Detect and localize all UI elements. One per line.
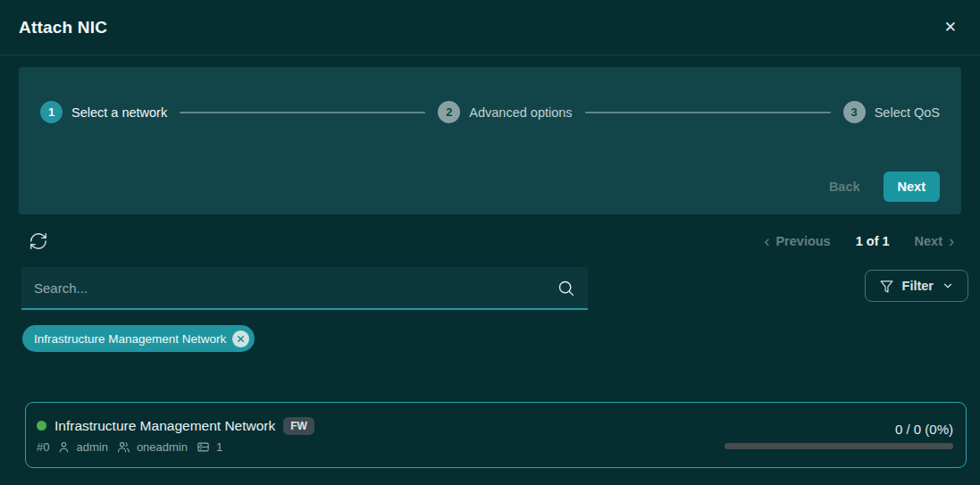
network-id: #0 <box>37 440 49 454</box>
network-state-icon <box>37 421 46 431</box>
stepper: 1 Select a network 2 Advanced options 3 … <box>40 101 940 123</box>
network-clusters-label: 1 <box>216 440 222 454</box>
step-3-label: Select QoS <box>875 105 940 120</box>
back-button[interactable]: Back <box>818 172 871 201</box>
step-2-circle: 2 <box>438 101 460 123</box>
close-button[interactable]: ✕ <box>941 16 960 38</box>
chip-close-icon <box>236 334 246 344</box>
next-page-label: Next <box>915 234 942 248</box>
leases-progress-bar <box>725 443 953 449</box>
toolbar-row: ‹ Previous 1 of 1 Next › <box>29 225 954 257</box>
filter-button[interactable]: Filter <box>865 270 968 302</box>
network-card-usage: 0 / 0 (0%) <box>725 422 953 449</box>
refresh-button[interactable] <box>29 231 48 251</box>
users-group-icon <box>116 440 131 454</box>
chip-delete-button[interactable] <box>232 330 249 347</box>
firewall-badge: FW <box>283 417 314 435</box>
search-input[interactable] <box>21 267 588 310</box>
user-icon <box>57 440 71 454</box>
network-card[interactable]: Infrastructure Management Network FW #0 … <box>25 402 967 468</box>
step-advanced-options[interactable]: 2 Advanced options <box>438 101 572 123</box>
filter-funnel-icon <box>879 279 894 294</box>
network-clusters: 1 <box>196 440 222 454</box>
filter-label: Filter <box>902 279 934 293</box>
page-status: 1 of 1 <box>856 234 890 248</box>
network-card-title-row: Infrastructure Management Network FW <box>37 417 314 435</box>
step-connector <box>180 112 425 113</box>
previous-page-button[interactable]: ‹ Previous <box>764 233 830 249</box>
filter-chip-label: Infrastructure Management Network <box>34 332 226 346</box>
next-page-button[interactable]: Next › <box>915 233 954 249</box>
step-connector <box>585 112 831 113</box>
stepper-panel: 1 Select a network 2 Advanced options 3 … <box>19 67 961 214</box>
step-1-label: Select a network <box>71 105 167 120</box>
network-group: oneadmin <box>116 440 188 454</box>
stepper-actions: Back Next <box>40 171 940 202</box>
close-icon: ✕ <box>944 19 957 36</box>
network-name: Infrastructure Management Network <box>54 418 275 434</box>
chevron-down-icon <box>942 280 954 292</box>
network-group-label: oneadmin <box>137 440 188 454</box>
search-row: Filter <box>21 267 968 310</box>
chevron-left-icon: ‹ <box>764 233 769 249</box>
pagination: ‹ Previous 1 of 1 Next › <box>764 233 954 249</box>
network-card-info: Infrastructure Management Network FW #0 … <box>37 417 314 454</box>
modal-title: Attach NIC <box>19 18 107 38</box>
network-owner-label: admin <box>76 440 107 454</box>
refresh-icon <box>29 231 48 251</box>
server-icon <box>196 440 211 454</box>
active-filters: Infrastructure Management Network <box>22 325 958 352</box>
filter-chip[interactable]: Infrastructure Management Network <box>22 325 255 352</box>
search-field <box>21 267 588 310</box>
modal-header: Attach NIC ✕ <box>0 0 980 55</box>
network-card-meta-row: #0 admin <box>37 440 314 454</box>
next-button[interactable]: Next <box>884 171 940 202</box>
step-1-circle: 1 <box>40 101 63 123</box>
step-select-network[interactable]: 1 Select a network <box>40 101 167 123</box>
step-select-qos[interactable]: 3 Select QoS <box>843 101 940 123</box>
network-owner: admin <box>57 440 107 454</box>
previous-page-label: Previous <box>775 234 830 248</box>
step-2-label: Advanced options <box>469 105 572 120</box>
leases-text: 0 / 0 (0%) <box>895 422 953 437</box>
chevron-right-icon: › <box>949 233 954 249</box>
step-3-circle: 3 <box>843 101 866 123</box>
